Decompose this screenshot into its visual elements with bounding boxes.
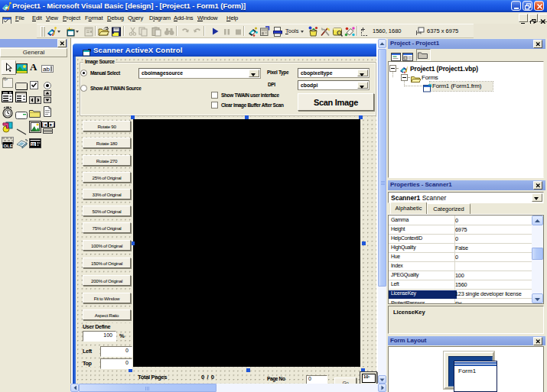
svg-text:xyz: xyz [3, 77, 8, 81]
svg-text:|◄: |◄ [42, 122, 47, 127]
svg-text:ab: ab [43, 66, 50, 73]
svg-text:►|: ►| [49, 122, 54, 127]
svg-text:OLE: OLE [4, 144, 13, 148]
svg-text:10: 10 [31, 142, 35, 147]
